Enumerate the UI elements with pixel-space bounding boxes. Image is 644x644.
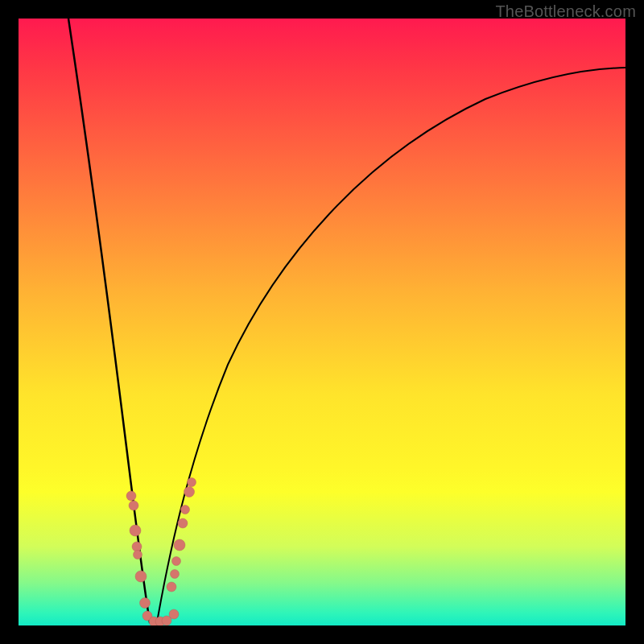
watermark-text: TheBottleneck.com (495, 2, 636, 21)
marker-dot (126, 491, 136, 501)
marker-dot (134, 551, 142, 559)
marker-dot (135, 571, 147, 582)
marker-dot (140, 598, 151, 609)
marker-dot (167, 582, 176, 592)
marker-dot (130, 525, 141, 536)
marker-dot (181, 506, 190, 514)
curve-left-branch (68, 19, 154, 625)
bottleneck-curve (19, 19, 625, 625)
marker-dot (129, 501, 138, 510)
marker-dot (174, 539, 185, 551)
marker-dot (178, 518, 188, 528)
marker-dot (172, 557, 181, 566)
chart-area (19, 19, 625, 625)
marker-dot (188, 478, 196, 487)
marker-dot (132, 542, 142, 551)
marker-dot (169, 609, 179, 619)
marker-dot (171, 570, 180, 579)
marker-dot (184, 487, 195, 497)
curve-right-branch (154, 68, 625, 625)
